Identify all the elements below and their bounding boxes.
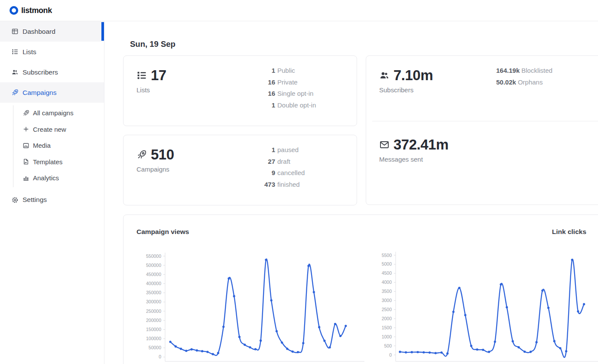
subscribers-messages-card: 7.10m Subscribers 164.19kBlocklisted 50.… [366, 55, 598, 205]
sidebar-item-settings[interactable]: Settings [0, 190, 104, 210]
sidebar-item-create-new[interactable]: Create new [0, 121, 104, 138]
svg-text:400000: 400000 [146, 281, 161, 286]
campaigns-count: 510 [151, 147, 174, 162]
lists-card: 17 Lists 1Public 16Private 16Single opt-… [123, 55, 357, 126]
campaigns-submenu: All campaigns Create new Media [0, 103, 104, 190]
stat-row: 1Public [254, 65, 316, 77]
sidebar-item-label: Subscribers [23, 68, 58, 76]
svg-text:3500: 3500 [382, 289, 392, 294]
lists-count: 17 [151, 68, 166, 82]
plus-icon [23, 126, 29, 133]
sidebar-item-dashboard[interactable]: Dashboard [0, 21, 104, 42]
svg-text:200000: 200000 [146, 318, 161, 323]
sidebar-item-analytics[interactable]: Analytics [0, 170, 104, 186]
listmonk-logo[interactable]: listmonk [10, 6, 52, 15]
svg-text:0: 0 [389, 352, 392, 358]
lists-icon [11, 48, 19, 55]
sidebar-item-label: Templates [33, 158, 62, 166]
subscribers-count: 7.10m [393, 68, 433, 82]
subscribers-icon [11, 68, 19, 76]
svg-text:0: 0 [159, 354, 161, 359]
listmonk-logo-text: listmonk [21, 6, 52, 15]
campaigns-breakdown: 1paused 27draft 9cancelled 473finished [254, 144, 305, 190]
svg-text:4000: 4000 [382, 280, 392, 285]
rocket-icon [136, 150, 147, 160]
stat-row: 1Double opt-in [254, 100, 316, 111]
sidebar-item-lists[interactable]: Lists [0, 42, 104, 62]
stat-row: 27draft [254, 156, 305, 168]
sidebar-item-all-campaigns[interactable]: All campaigns [0, 105, 104, 121]
campaign-views-chart: 5500005000004500004000003500003000002500… [146, 253, 364, 361]
svg-text:4500: 4500 [382, 270, 392, 276]
bar-chart-icon [23, 175, 29, 182]
svg-text:550000: 550000 [146, 254, 161, 259]
svg-text:50000: 50000 [149, 345, 161, 350]
image-icon [23, 142, 29, 149]
svg-text:1500: 1500 [382, 325, 392, 330]
top-bar: listmonk [0, 0, 598, 21]
stat-row: 473finished [254, 179, 305, 191]
campaigns-card: 510 Campaigns 1paused 27draft 9cancelled… [123, 135, 357, 205]
subscribers-card-label: Subscribers [379, 86, 433, 94]
rocket-icon [11, 89, 19, 96]
svg-text:2000: 2000 [382, 316, 392, 321]
sidebar-item-label: Analytics [33, 174, 59, 182]
email-icon [379, 140, 390, 150]
gear-icon [11, 196, 19, 204]
svg-text:2500: 2500 [382, 307, 392, 312]
svg-text:1000: 1000 [382, 334, 392, 339]
svg-text:300000: 300000 [146, 299, 161, 304]
svg-text:450000: 450000 [146, 272, 161, 277]
file-icon [23, 158, 29, 165]
svg-text:150000: 150000 [146, 327, 161, 332]
sidebar-item-label: Settings [23, 196, 47, 204]
charts-card: Campaign views Link clicks 5500005000004… [123, 214, 598, 364]
stat-row: 16Private [254, 77, 316, 88]
sidebar-item-label: All campaigns [33, 109, 73, 117]
subscribers-breakdown: 164.19kBlocklisted 50.02kOrphans [496, 65, 552, 88]
svg-text:5500: 5500 [382, 253, 392, 258]
svg-text:350000: 350000 [146, 290, 161, 295]
dashboard-icon [11, 28, 19, 35]
svg-text:100000: 100000 [146, 336, 161, 341]
sidebar-item-campaigns[interactable]: Campaigns [0, 82, 104, 103]
sidebar-item-label: Campaigns [23, 89, 56, 97]
messages-count: 372.41m [393, 137, 448, 152]
subscribers-icon [379, 70, 390, 81]
active-page-indicator [101, 22, 104, 41]
lists-card-label: Lists [136, 86, 166, 94]
sidebar-item-label: Create new [33, 126, 66, 133]
card-divider [372, 121, 598, 121]
svg-text:500000: 500000 [146, 263, 161, 268]
stat-row: 16Single opt-in [254, 88, 316, 100]
page-title-date: Sun, 19 Sep [130, 39, 176, 49]
lists-breakdown: 1Public 16Private 16Single opt-in 1Doubl… [254, 65, 316, 111]
sidebar-item-label: Dashboard [23, 28, 55, 36]
sidebar: Dashboard Lists Subscribers [0, 21, 104, 364]
listmonk-logo-icon [10, 6, 18, 15]
sidebar-item-label: Media [33, 142, 51, 149]
rocket-icon [23, 110, 29, 117]
svg-text:5000: 5000 [382, 261, 392, 266]
sidebar-item-templates[interactable]: Templates [0, 154, 104, 170]
messages-card-label: Messages sent [379, 156, 448, 163]
link-clicks-chart: 5500500045004000350030002500200015001000… [382, 252, 598, 361]
svg-text:250000: 250000 [146, 309, 161, 314]
stat-row: 9cancelled [254, 167, 305, 179]
campaigns-card-label: Campaigns [136, 166, 174, 173]
dashboard-charts: 5500005000004500004000003500003000002500… [124, 215, 598, 364]
lists-icon [136, 70, 147, 81]
stat-row: 1paused [254, 144, 305, 156]
sidebar-item-media[interactable]: Media [0, 137, 104, 154]
stat-row: 164.19kBlocklisted [496, 65, 552, 77]
svg-text:500: 500 [384, 343, 392, 348]
sidebar-item-label: Lists [23, 48, 36, 56]
svg-text:3000: 3000 [382, 298, 392, 303]
stat-row: 50.02kOrphans [496, 77, 552, 88]
sidebar-item-subscribers[interactable]: Subscribers [0, 62, 104, 82]
